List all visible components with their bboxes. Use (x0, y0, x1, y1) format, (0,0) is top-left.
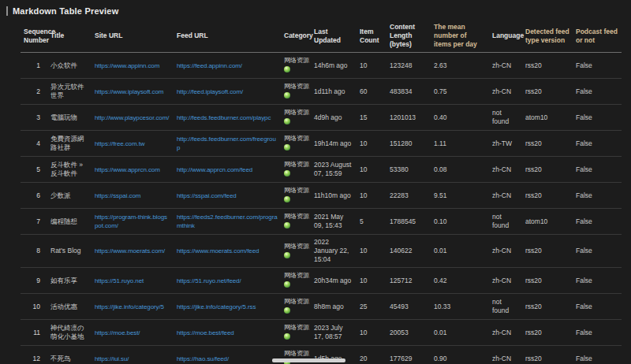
cell-language: not found (489, 294, 522, 320)
url-link[interactable]: https://51.ruyo.net (95, 277, 144, 284)
cell-title: 异次元软件世界 (47, 79, 91, 105)
green-circle-icon (284, 144, 290, 150)
cell-content-length: 22283 (386, 183, 431, 209)
cell-last-updated: 19h14m ago (311, 131, 357, 157)
table-row: 8 Rat's Blog https://www.moerats.com/ ht… (21, 235, 622, 268)
url-link[interactable]: http://www.playpcesor.com/ (95, 114, 169, 121)
title-accent-bar (6, 6, 8, 16)
cell-category: 网络资源 (281, 268, 311, 294)
cell-mean-items: 1.11 (431, 131, 489, 157)
cell-last-updated: 20h34m ago (311, 268, 357, 294)
cell-title: 活动优惠 (47, 294, 91, 320)
cell-language: zh-CN (489, 79, 522, 105)
cell-title: 少数派 (47, 183, 91, 209)
cell-feed-url: https://51.ruyo.net/feed/ (174, 268, 281, 294)
cell-category: 网络资源 (281, 294, 311, 320)
url-link[interactable]: https://program-think.blogspot.com/ (95, 214, 167, 229)
cell-language: zh-CN (489, 183, 522, 209)
cell-feed-type: rss20 (522, 131, 573, 157)
cell-language: zh-CN (489, 157, 522, 183)
cell-last-updated: 8h8m ago (311, 294, 357, 320)
url-link[interactable]: https://51.ruyo.net/feed/ (177, 277, 241, 284)
url-link[interactable]: https://moe.best/ (95, 329, 140, 336)
cell-content-length: 123248 (386, 53, 431, 79)
cell-title: 反斗軟件 » 反斗軟件 (47, 157, 91, 183)
url-link[interactable]: http://www.apprcn.com/feed (177, 166, 252, 173)
cell-item-count: 10 (357, 235, 386, 268)
url-link[interactable]: https://free.com.tw (95, 140, 144, 147)
cell-last-updated: 2021 May 09, 15:43 (311, 209, 357, 235)
green-circle-icon (284, 118, 290, 124)
url-link[interactable]: https://hao.su/feed/ (177, 355, 229, 362)
cell-category: 网络资源 (281, 320, 311, 346)
url-link[interactable]: http://feeds.feedburner.com/freegroup (177, 136, 276, 151)
table-row: 9 如有乐享 https://51.ruyo.net https://51.ru… (21, 268, 622, 294)
cell-feed-type: rss20 (522, 320, 573, 346)
cell-site-url: https://sspai.com (91, 183, 174, 209)
cell-language: zh-CN (489, 53, 522, 79)
url-link[interactable]: https://sspai.com (95, 192, 140, 199)
cell-mean-items: 10.33 (431, 294, 489, 320)
cell-language: zh-TW (489, 131, 522, 157)
table-header: Sequence NumberTitleSite URLFeed URLCate… (21, 20, 622, 53)
cell-title: 编程随想 (47, 209, 91, 235)
cell-content-length: 177629 (386, 346, 431, 364)
url-link[interactable]: https://www.apprcn.com (95, 166, 160, 173)
cell-podcast: False (573, 294, 622, 320)
url-link[interactable]: https://moe.best/feed (177, 329, 234, 336)
cell-sequence-number: 7 (21, 209, 47, 235)
cell-sequence-number: 4 (21, 131, 47, 157)
green-circle-icon (284, 222, 290, 228)
cell-language: zh-CN (489, 235, 522, 268)
cell-category: 网络资源 (281, 79, 311, 105)
table-row: 6 少数派 https://sspai.com https://sspai.co… (21, 183, 622, 209)
horizontal-scrollbar-thumb[interactable] (272, 358, 345, 362)
url-link[interactable]: https://iui.su/ (95, 355, 129, 362)
category-label: 网络资源 (284, 134, 308, 143)
cell-content-length: 1788545 (386, 209, 431, 235)
cell-feed-url: https://jike.info/category/5.rss (174, 294, 281, 320)
cell-item-count: 60 (357, 79, 386, 105)
cell-last-updated: 11h10m ago (311, 183, 357, 209)
category-label: 网络资源 (284, 56, 308, 65)
url-link[interactable]: https://www.moerats.com/ (95, 247, 165, 254)
green-circle-icon (284, 252, 290, 258)
cell-podcast: False (573, 320, 622, 346)
cell-language: zh-CN (489, 268, 522, 294)
cell-feed-type: rss20 (522, 79, 573, 105)
category-label: 网络资源 (284, 82, 308, 91)
url-link[interactable]: http://feed.iplaysoft.com/ (177, 88, 243, 95)
cell-sequence-number: 10 (21, 294, 47, 320)
cell-feed-url: https://www.moerats.com/feed (174, 235, 281, 268)
url-link[interactable]: https://sspai.com/feed (177, 192, 237, 199)
cell-item-count: 25 (357, 294, 386, 320)
url-link[interactable]: https://www.appinn.com (95, 62, 159, 69)
cell-item-count: 5 (357, 209, 386, 235)
cell-language: zh-CN (489, 346, 522, 364)
cell-feed-type: rss20 (522, 346, 573, 364)
cell-last-updated: 4d9h ago (311, 105, 357, 131)
cell-feed-url: http://feed.iplaysoft.com/ (174, 79, 281, 105)
cell-category: 网络资源 (281, 157, 311, 183)
cell-feed-url: http://www.apprcn.com/feed (174, 157, 281, 183)
column-header-site: Site URL (91, 20, 174, 53)
url-link[interactable]: https://www.moerats.com/feed (177, 247, 259, 254)
url-link[interactable]: https://jike.info/category/5.rss (177, 303, 256, 310)
cell-podcast: False (573, 209, 622, 235)
cell-last-updated: 14h6m ago (311, 53, 357, 79)
url-link[interactable]: http://feeds.feedburner.com/playpc (177, 114, 271, 121)
url-link[interactable]: https://www.iplaysoft.com (95, 88, 163, 95)
cell-sequence-number: 9 (21, 268, 47, 294)
green-circle-icon (284, 66, 290, 72)
cell-feed-url: http://feeds.feedburner.com/playpc (174, 105, 281, 131)
url-link[interactable]: https://jike.info/category/5 (95, 303, 164, 310)
url-link[interactable]: https://feed.appinn.com/ (177, 62, 242, 69)
table-row: 2 异次元软件世界 https://www.iplaysoft.com http… (21, 79, 622, 105)
cell-podcast: False (573, 131, 622, 157)
cell-feed-type: atom10 (522, 209, 573, 235)
preview-header: Markdown Table Preview (0, 0, 631, 20)
cell-feed-type: rss20 (522, 235, 573, 268)
green-circle-icon (284, 333, 290, 340)
table-row: 3 電腦玩物 http://www.playpcesor.com/ http:/… (21, 105, 622, 131)
url-link[interactable]: https://feeds2.feedburner.com/programthi… (177, 214, 278, 229)
